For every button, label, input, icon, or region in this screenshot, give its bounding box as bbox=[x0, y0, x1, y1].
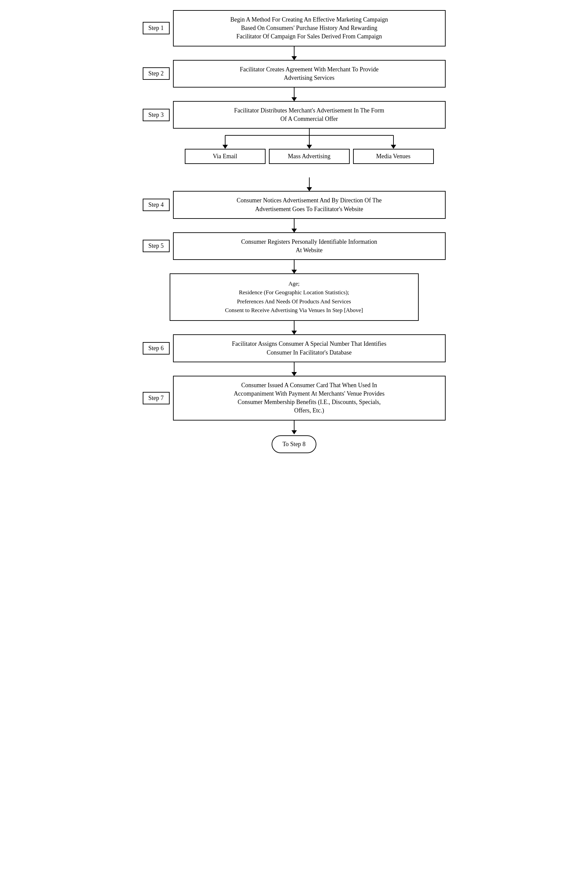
arrow2 bbox=[143, 88, 446, 101]
step6-label: Step 6 bbox=[143, 342, 170, 355]
branch-mass-advertising: Mass Advertising bbox=[269, 149, 350, 164]
branch-section: Via Email Mass Advertising Media Venues bbox=[143, 129, 446, 164]
step2-label: Step 2 bbox=[143, 67, 170, 80]
to-step8-wrapper: To Step 8 bbox=[143, 435, 446, 453]
step4-row: Step 4 Consumer Notices Advertisement An… bbox=[143, 191, 446, 219]
step2-row: Step 2 Facilitator Creates Agreement Wit… bbox=[143, 60, 446, 88]
step5-label: Step 5 bbox=[143, 240, 170, 252]
step3-label: Step 3 bbox=[143, 109, 170, 121]
step7-label: Step 7 bbox=[143, 392, 170, 404]
arrow1 bbox=[143, 46, 446, 60]
step4-label: Step 4 bbox=[143, 199, 170, 211]
step5-row: Step 5 Consumer Registers Personally Ide… bbox=[143, 232, 446, 260]
info-box-wrapper: Age; Residence (For Geographic Location … bbox=[143, 273, 446, 321]
info-box: Age; Residence (For Geographic Location … bbox=[170, 273, 419, 321]
arrow4 bbox=[143, 219, 446, 232]
step6-box: Facilitator Assigns Consumer A Special N… bbox=[173, 334, 446, 362]
arrow8 bbox=[143, 420, 446, 434]
branch-media-venues: Media Venues bbox=[353, 149, 434, 164]
step3-row: Step 3 Facilitator Distributes Merchant'… bbox=[143, 101, 446, 129]
svg-marker-3 bbox=[222, 145, 228, 149]
step1-box: Begin A Method For Creating An Effective… bbox=[173, 10, 446, 46]
step6-row: Step 6 Facilitator Assigns Consumer A Sp… bbox=[143, 334, 446, 362]
branch-boxes: Via Email Mass Advertising Media Venues bbox=[185, 149, 434, 164]
branch-via-email: Via Email bbox=[185, 149, 266, 164]
arrow5 bbox=[143, 260, 446, 273]
step3-box: Facilitator Distributes Merchant's Adver… bbox=[173, 101, 446, 129]
step1-label: Step 1 bbox=[143, 22, 170, 34]
flowchart: Step 1 Begin A Method For Creating An Ef… bbox=[143, 10, 446, 860]
step7-row: Step 7 Consumer Issued A Consumer Card T… bbox=[143, 376, 446, 420]
step5-box: Consumer Registers Personally Identifiab… bbox=[173, 232, 446, 260]
step4-box: Consumer Notices Advertisement And By Di… bbox=[173, 191, 446, 219]
svg-marker-7 bbox=[391, 145, 396, 149]
step2-box: Facilitator Creates Agreement With Merch… bbox=[173, 60, 446, 88]
step7-box: Consumer Issued A Consumer Card That Whe… bbox=[173, 376, 446, 420]
svg-marker-5 bbox=[307, 145, 312, 149]
arrow6 bbox=[143, 321, 446, 334]
step1-row: Step 1 Begin A Method For Creating An Ef… bbox=[143, 10, 446, 46]
branch-lines-svg bbox=[185, 129, 434, 149]
arrow7 bbox=[143, 362, 446, 376]
to-step8-oval: To Step 8 bbox=[272, 435, 316, 453]
arrow3 bbox=[143, 177, 446, 191]
